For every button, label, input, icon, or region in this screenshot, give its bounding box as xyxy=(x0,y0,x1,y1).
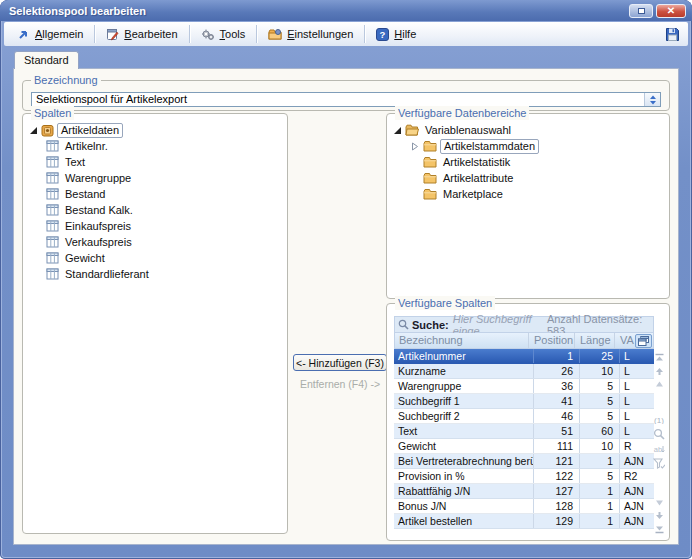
datenbereiche-tree: Variablenauswahl ArtikelstammdatenArtike… xyxy=(392,122,664,202)
table-cell: 5 xyxy=(580,469,620,483)
table-cell: 121 xyxy=(534,454,580,468)
column-header-laenge[interactable]: Länge xyxy=(575,333,615,348)
tree-node-variablenauswahl[interactable]: Variablenauswahl xyxy=(392,122,664,138)
tree-node-column[interactable]: Verkaufspreis xyxy=(28,234,282,250)
table-cell: Artikelnummer xyxy=(394,349,534,363)
expanded-icon[interactable] xyxy=(28,126,38,135)
toolbar-separator xyxy=(256,25,257,43)
column-chooser-button[interactable] xyxy=(635,334,652,348)
grid-side-toolbar: (1) ab xyxy=(652,351,666,536)
table-cell: Kurzname xyxy=(394,364,534,378)
bezeichnung-combobox[interactable]: Selektionspool für Artikelexport xyxy=(31,92,661,107)
folder-icon xyxy=(423,172,437,184)
table-row[interactable]: Gewicht11110R xyxy=(394,439,654,454)
table-row[interactable]: Artikel bestellen1291AJN xyxy=(394,514,654,529)
collapsed-icon[interactable] xyxy=(410,142,420,151)
table-cell: Bei Vertreterabrechnung berücksichtige xyxy=(394,454,534,468)
window-title: Selektionspool bearbeiten xyxy=(9,5,146,17)
toolbar-separator xyxy=(189,25,190,43)
table-row[interactable]: Text5160L xyxy=(394,424,654,439)
tree-node-label: Bestand Kalk. xyxy=(62,204,136,217)
toolbar-item-tools[interactable]: Tools xyxy=(192,24,255,44)
group-bezeichnung: Bezeichnung Selektionspool für Artikelex… xyxy=(22,80,670,111)
page-down-icon[interactable] xyxy=(654,499,665,507)
toolbar-item-allgemein[interactable]: Allgemein xyxy=(8,24,92,44)
tree-node-folder[interactable]: Artikelstatistik xyxy=(392,154,664,170)
remove-button-disabled: Entfernen (F4) -> xyxy=(293,378,387,390)
toolbar-separator xyxy=(94,25,95,43)
table-row[interactable]: Warengruppe365L xyxy=(394,379,654,394)
tab-label: Standard xyxy=(24,54,69,66)
tree-node-column[interactable]: Gewicht xyxy=(28,250,282,266)
table-row[interactable]: Provision in %1225R2 xyxy=(394,469,654,484)
column-header-bezeichnung[interactable]: Bezeichnung xyxy=(395,333,529,348)
edit-icon xyxy=(106,28,119,41)
table-row[interactable]: Bei Vertreterabrechnung berücksichtige12… xyxy=(394,454,654,469)
table-cell: AJN xyxy=(620,484,654,498)
group-spalten: Spalten Artikeldaten Artikelnr.TextWaren… xyxy=(22,113,288,534)
table-row[interactable]: Bonus J/N1281AJN xyxy=(394,499,654,514)
tree-node-label: Artikelnr. xyxy=(62,140,111,153)
page-up-icon[interactable] xyxy=(654,380,665,388)
tree-node-folder[interactable]: Marketplace xyxy=(392,186,664,202)
expanded-icon[interactable] xyxy=(392,126,402,135)
toolbar-item-einstellungen[interactable]: Einstellungen xyxy=(259,24,362,44)
save-button[interactable] xyxy=(665,27,680,42)
table-cell: 5 xyxy=(580,409,620,423)
tab-page: Bezeichnung Selektionspool für Artikelex… xyxy=(13,68,679,545)
table-row[interactable]: Artikelnummer125L xyxy=(394,349,654,364)
tree-node-column[interactable]: Warengruppe xyxy=(28,170,282,186)
tree-node-artikeldaten[interactable]: Artikeldaten xyxy=(28,122,282,138)
tree-node-label: Text xyxy=(62,156,88,169)
table-cell: L xyxy=(620,379,654,393)
combobox-dropdown-button[interactable] xyxy=(644,93,660,106)
column-header-position[interactable]: Position xyxy=(529,333,575,348)
tree-node-folder[interactable]: Artikelstammdaten xyxy=(392,138,664,154)
move-down-icon[interactable] xyxy=(654,511,665,520)
tree-node-column[interactable]: Bestand xyxy=(28,186,282,202)
tree-node-label: Standardlieferant xyxy=(62,268,152,281)
sort-icon[interactable]: ab xyxy=(653,444,665,454)
table-cell: 10 xyxy=(580,439,620,453)
toolbar-item-hilfe[interactable]: ? Hilfe xyxy=(367,24,425,44)
table-cell: 10 xyxy=(580,364,620,378)
table-cell: 5 xyxy=(580,379,620,393)
tree-node-column[interactable]: Artikelnr. xyxy=(28,138,282,154)
tab-standard[interactable]: Standard xyxy=(14,51,79,69)
table-row[interactable]: Suchbegriff 2465L xyxy=(394,409,654,424)
table-cell: 1 xyxy=(580,499,620,513)
group-caption: Spalten xyxy=(31,106,74,120)
move-up-icon[interactable] xyxy=(654,367,665,376)
grid-search-icon[interactable] xyxy=(653,428,665,440)
table-cell: L xyxy=(620,424,654,438)
tree-node-folder[interactable]: Artikelattribute xyxy=(392,170,664,186)
table-cell: Provision in % xyxy=(394,469,534,483)
table-cell: Gewicht xyxy=(394,439,534,453)
tree-node-column[interactable]: Text xyxy=(28,154,282,170)
add-button[interactable]: <- Hinzufügen (F3) xyxy=(293,354,387,371)
table-row[interactable]: Rabattfähig J/N1271AJN xyxy=(394,484,654,499)
table-cell: 26 xyxy=(534,364,580,378)
table-cell: 25 xyxy=(580,349,620,363)
record-indicator-icon[interactable]: (1) xyxy=(653,414,665,424)
tree-node-label: Bestand xyxy=(62,188,108,201)
table-row[interactable]: Kurzname2610L xyxy=(394,364,654,379)
table-cell: R2 xyxy=(620,469,654,483)
scroll-bottom-icon[interactable] xyxy=(654,524,665,534)
restore-button[interactable] xyxy=(629,4,653,18)
table-cell: 5 xyxy=(580,394,620,408)
table-cell: Bonus J/N xyxy=(394,499,534,513)
tree-node-label: Verkaufspreis xyxy=(62,236,135,249)
tree-node-column[interactable]: Bestand Kalk. xyxy=(28,202,282,218)
scroll-top-icon[interactable] xyxy=(654,353,665,363)
tree-node-column[interactable]: Standardlieferant xyxy=(28,266,282,282)
grid-search-bar[interactable]: Suche: Hier Suchbegriff einge Anzahl Dat… xyxy=(394,316,654,333)
close-button[interactable]: ✕ xyxy=(656,4,686,18)
tree-node-label: Einkaufspreis xyxy=(62,220,134,233)
toolbar-item-bearbeiten[interactable]: Bearbeiten xyxy=(97,24,186,44)
column-header-va[interactable]: VA xyxy=(615,333,635,348)
folder-icon xyxy=(423,156,437,168)
tree-node-column[interactable]: Einkaufspreis xyxy=(28,218,282,234)
filter-icon[interactable] xyxy=(653,458,665,469)
table-row[interactable]: Suchbegriff 1415L xyxy=(394,394,654,409)
